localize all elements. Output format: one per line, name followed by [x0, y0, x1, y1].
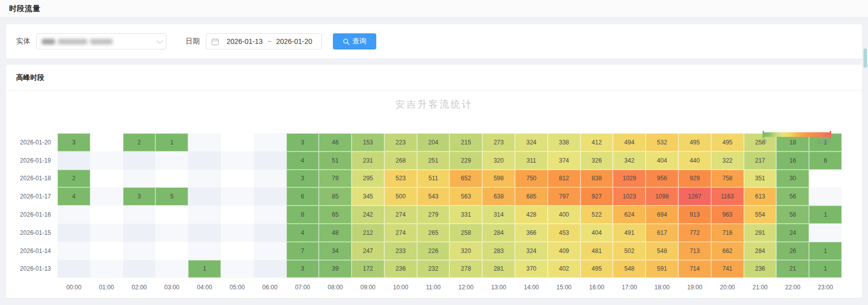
- heatmap-cell[interactable]: 295: [352, 170, 384, 188]
- heatmap-cell[interactable]: 1163: [711, 187, 744, 206]
- heatmap-cell[interactable]: [90, 133, 123, 151]
- heatmap-cell[interactable]: 563: [449, 187, 482, 206]
- heatmap-cell[interactable]: [254, 151, 286, 170]
- heatmap-cell[interactable]: 274: [384, 224, 417, 242]
- heatmap-cell[interactable]: 404: [646, 151, 678, 170]
- heatmap-cell[interactable]: 265: [417, 224, 450, 242]
- heatmap-cell[interactable]: 204: [417, 133, 450, 151]
- heatmap-cell[interactable]: [57, 206, 90, 224]
- heatmap-cell[interactable]: 268: [384, 151, 417, 170]
- heatmap-cell[interactable]: 58: [776, 206, 809, 224]
- heatmap-cell[interactable]: 428: [515, 206, 548, 224]
- heatmap-cell[interactable]: 251: [417, 151, 450, 170]
- heatmap-cell[interactable]: 694: [646, 206, 678, 224]
- heatmap-cell[interactable]: 279: [417, 206, 450, 224]
- heatmap-cell[interactable]: 1029: [613, 170, 646, 188]
- heatmap-cell[interactable]: [155, 224, 188, 242]
- heatmap-cell[interactable]: 242: [352, 206, 384, 224]
- heatmap-cell[interactable]: [57, 260, 90, 278]
- heatmap-cell[interactable]: 412: [581, 133, 613, 151]
- heatmap-cell[interactable]: 838: [581, 170, 613, 188]
- heatmap-cell[interactable]: 913: [678, 206, 711, 224]
- entity-select[interactable]: [36, 33, 166, 49]
- date-range-picker[interactable]: ~: [206, 33, 322, 49]
- heatmap-cell[interactable]: 324: [515, 242, 548, 260]
- heatmap-cell[interactable]: [254, 242, 286, 260]
- heatmap-cell[interactable]: 278: [449, 260, 482, 278]
- heatmap-cell[interactable]: 4: [286, 224, 319, 242]
- heatmap-cell[interactable]: 79: [319, 170, 352, 188]
- heatmap-cell[interactable]: 233: [384, 242, 417, 260]
- heatmap-cell[interactable]: 16: [776, 151, 809, 170]
- heatmap-cell[interactable]: [57, 151, 90, 170]
- heatmap-cell[interactable]: [188, 170, 221, 188]
- heatmap-cell[interactable]: [57, 224, 90, 242]
- heatmap-cell[interactable]: [188, 242, 221, 260]
- heatmap-cell[interactable]: [254, 170, 286, 188]
- heatmap-cell[interactable]: 85: [319, 187, 352, 206]
- heatmap-cell[interactable]: 638: [482, 187, 515, 206]
- heatmap-cell[interactable]: 4: [57, 187, 90, 206]
- heatmap-cell[interactable]: 6: [809, 151, 842, 170]
- heatmap-cell[interactable]: 491: [613, 224, 646, 242]
- visualmap-handle-min[interactable]: [763, 131, 764, 138]
- heatmap-cell[interactable]: 3: [57, 133, 90, 151]
- heatmap-cell[interactable]: 2: [57, 170, 90, 188]
- heatmap-cell[interactable]: 34: [319, 242, 352, 260]
- heatmap-cell[interactable]: [155, 206, 188, 224]
- visualmap-handle-max[interactable]: [830, 131, 831, 138]
- heatmap-cell[interactable]: 26: [776, 242, 809, 260]
- heatmap-cell[interactable]: 324: [515, 133, 548, 151]
- heatmap-cell[interactable]: 273: [482, 133, 515, 151]
- heatmap-cell[interactable]: 1023: [613, 187, 646, 206]
- heatmap-cell[interactable]: 1: [188, 260, 221, 278]
- heatmap-cell[interactable]: 1: [809, 242, 842, 260]
- heatmap-cell[interactable]: [254, 206, 286, 224]
- heatmap-cell[interactable]: 6: [286, 187, 319, 206]
- heatmap-cell[interactable]: 591: [646, 260, 678, 278]
- heatmap-cell[interactable]: 929: [678, 170, 711, 188]
- heatmap-cell[interactable]: 39: [319, 260, 352, 278]
- heatmap-cell[interactable]: 713: [678, 242, 711, 260]
- heatmap-cell[interactable]: 548: [613, 260, 646, 278]
- heatmap-cell[interactable]: 322: [711, 151, 744, 170]
- heatmap-cell[interactable]: [90, 260, 123, 278]
- heatmap-cell[interactable]: [188, 224, 221, 242]
- heatmap-cell[interactable]: 927: [581, 187, 613, 206]
- scrollbar-thumb[interactable]: [863, 48, 867, 68]
- heatmap-cell[interactable]: 963: [711, 206, 744, 224]
- heatmap-cell[interactable]: 812: [548, 170, 581, 188]
- heatmap-cell[interactable]: 342: [613, 151, 646, 170]
- heatmap-cell[interactable]: 662: [711, 242, 744, 260]
- heatmap-cell[interactable]: 1098: [646, 187, 678, 206]
- heatmap-cell[interactable]: 716: [711, 224, 744, 242]
- heatmap-cell[interactable]: 21: [776, 260, 809, 278]
- heatmap-cell[interactable]: 4: [286, 151, 319, 170]
- heatmap-cell[interactable]: 750: [515, 170, 548, 188]
- heatmap-cell[interactable]: 314: [482, 206, 515, 224]
- heatmap-cell[interactable]: 274: [384, 206, 417, 224]
- heatmap-cell[interactable]: 7: [286, 242, 319, 260]
- heatmap-cell[interactable]: [155, 170, 188, 188]
- heatmap-cell[interactable]: 532: [646, 133, 678, 151]
- heatmap-cell[interactable]: 617: [646, 224, 678, 242]
- heatmap-cell[interactable]: 511: [417, 170, 450, 188]
- heatmap-cell[interactable]: [123, 170, 156, 188]
- heatmap-cell[interactable]: 374: [548, 151, 581, 170]
- heatmap-cell[interactable]: [123, 260, 156, 278]
- heatmap-cell[interactable]: [221, 206, 254, 224]
- heatmap-cell[interactable]: 284: [482, 224, 515, 242]
- heatmap-cell[interactable]: 283: [482, 242, 515, 260]
- heatmap-cell[interactable]: 3: [286, 260, 319, 278]
- heatmap-cell[interactable]: 247: [352, 242, 384, 260]
- heatmap-cell[interactable]: 326: [581, 151, 613, 170]
- heatmap-cell[interactable]: [809, 187, 842, 206]
- heatmap-cell[interactable]: [155, 242, 188, 260]
- heatmap-cell[interactable]: 3: [123, 187, 156, 206]
- heatmap-cell[interactable]: 1: [809, 206, 842, 224]
- heatmap-cell[interactable]: 2: [123, 133, 156, 151]
- heatmap-cell[interactable]: 1: [155, 133, 188, 151]
- heatmap-cell[interactable]: 409: [548, 242, 581, 260]
- heatmap-cell[interactable]: [188, 151, 221, 170]
- heatmap-cell[interactable]: 320: [482, 151, 515, 170]
